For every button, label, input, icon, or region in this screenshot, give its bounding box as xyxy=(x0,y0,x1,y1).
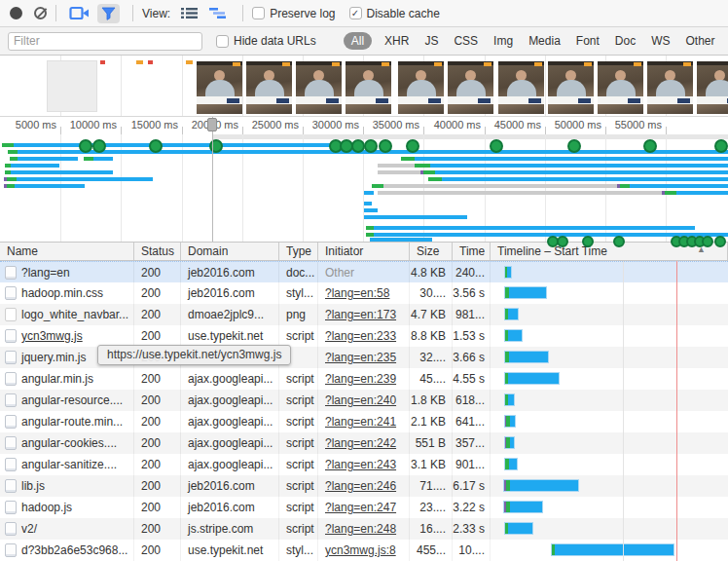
resource-type-filter[interactable]: XHR xyxy=(384,34,409,48)
thumbnail-badge xyxy=(233,62,240,66)
filmstrip-screenshot-thumbnail[interactable] xyxy=(398,61,444,114)
request-domain: jeb2016.com xyxy=(181,262,279,283)
record-button[interactable] xyxy=(10,7,22,19)
request-row[interactable]: hadoop.js 200 jeb2016.com script ?lang=e… xyxy=(0,497,728,518)
thumbnail-figure-shirt xyxy=(456,80,486,96)
request-timeline-bar xyxy=(503,501,543,513)
column-header[interactable]: Name xyxy=(0,243,134,260)
request-type: script xyxy=(279,497,318,518)
clear-requests-icon[interactable] xyxy=(34,7,47,19)
checkbox-unchecked-icon[interactable] xyxy=(252,7,265,19)
filter-icon[interactable] xyxy=(97,4,120,23)
overview-request-bar xyxy=(364,215,467,219)
request-row[interactable]: logo_white_navbar... 200 dmoae2jplc9... … xyxy=(0,304,728,325)
thumbnail-figure-shirt xyxy=(656,80,685,96)
filmstrip-screenshot-thumbnail[interactable] xyxy=(647,61,693,114)
overview-waterfall[interactable] xyxy=(0,134,728,242)
preserve-log-checkbox[interactable]: Preserve log xyxy=(252,7,335,20)
resource-type-filter[interactable]: CSS xyxy=(454,34,478,48)
waterfall-view-icon[interactable] xyxy=(205,4,230,22)
request-row[interactable]: v2/ 200 js.stripe.com script ?lang=en:24… xyxy=(0,518,728,540)
overview-request-bar xyxy=(2,143,333,147)
request-row[interactable]: d?3bb2a6e53c968... 200 use.typekit.net s… xyxy=(0,540,728,561)
capture-screenshots-icon[interactable] xyxy=(65,3,93,23)
request-row[interactable]: angular-cookies.... 200 ajax.googleapi..… xyxy=(0,432,728,454)
resource-type-filter[interactable]: Media xyxy=(528,34,561,48)
request-row[interactable]: angular.min.js 200 ajax.googleapi... scr… xyxy=(0,368,728,390)
overview-event-circle xyxy=(714,139,728,153)
resource-type-filter[interactable]: Other xyxy=(686,34,715,48)
checkbox-checked-icon[interactable]: ✓ xyxy=(349,7,362,19)
resource-type-filter[interactable]: Doc xyxy=(615,34,636,48)
request-row[interactable]: angular-sanitize.... 200 ajax.googleapi.… xyxy=(0,454,728,475)
thumbnail-button xyxy=(478,98,491,103)
filmstrip-screenshot-thumbnail[interactable] xyxy=(296,61,342,114)
request-timeline-bar xyxy=(551,543,674,556)
thumbnail-button xyxy=(578,98,591,103)
request-row[interactable]: ycn3mwg.js 200 use.typekit.net script ?l… xyxy=(0,325,728,347)
column-header[interactable]: Type xyxy=(279,243,318,260)
request-name: angular-cookies.... xyxy=(0,432,134,454)
filter-bar: Hide data URLs AllXHRJSCSSImgMediaFontDo… xyxy=(0,27,728,56)
column-header[interactable]: Size xyxy=(410,243,453,260)
disable-cache-checkbox[interactable]: ✓ Disable cache xyxy=(349,7,440,20)
resource-type-filter[interactable]: JS xyxy=(424,34,438,48)
filmstrip-screenshot-thumbnail[interactable] xyxy=(197,61,242,114)
filmstrip-screenshot-thumbnail[interactable] xyxy=(246,61,292,114)
column-header[interactable]: Time xyxy=(453,243,491,260)
filmstrip-screenshot-thumbnail[interactable] xyxy=(448,61,493,114)
thumbnail-figure-shirt xyxy=(606,80,636,96)
resource-type-filter[interactable]: Font xyxy=(576,34,600,48)
overview-event-circle xyxy=(351,139,365,153)
resource-type-filter[interactable]: Img xyxy=(493,34,513,48)
request-timeline-bar xyxy=(504,415,516,428)
column-header[interactable]: Domain xyxy=(181,243,279,260)
request-domain: jeb2016.com xyxy=(181,497,279,518)
thumbnail-navbar xyxy=(697,61,728,65)
view-label: View: xyxy=(142,7,170,20)
overview-scrubber-handle[interactable] xyxy=(207,118,217,131)
request-row[interactable]: hadoop.min.css 200 jeb2016.com styl... ?… xyxy=(0,282,728,304)
filmstrip-blank-frame[interactable] xyxy=(47,60,97,112)
filmstrip-screenshot-thumbnail[interactable] xyxy=(697,61,728,114)
hide-data-urls-checkbox[interactable]: Hide data URLs xyxy=(216,34,316,48)
request-row[interactable]: angular-resource.... 200 ajax.googleapi.… xyxy=(0,390,728,411)
request-row[interactable]: angular-route.min... 200 ajax.googleapi.… xyxy=(0,411,728,432)
overview-event-circle xyxy=(490,139,503,153)
overview-request-bar xyxy=(372,184,728,188)
request-size: 45.... xyxy=(410,368,453,390)
overview-request-bar xyxy=(5,170,113,174)
thumbnail-button xyxy=(677,98,690,103)
request-domain: use.typekit.net xyxy=(181,325,279,347)
request-name: ycn3mwg.js xyxy=(0,325,134,347)
resource-type-filter[interactable]: WS xyxy=(651,34,670,48)
list-view-icon[interactable] xyxy=(177,4,201,22)
request-status: 200 xyxy=(134,282,181,304)
filmstrip-event-badge xyxy=(186,60,193,64)
checkbox-unchecked-icon[interactable] xyxy=(216,35,229,48)
request-timeline-bar xyxy=(503,479,579,492)
filmstrip-screenshot-thumbnail[interactable] xyxy=(598,61,643,114)
request-row[interactable]: lib.js 200 jeb2016.com script ?lang=en:2… xyxy=(0,475,728,497)
thumbnail-badge xyxy=(484,62,491,66)
column-header[interactable]: Status xyxy=(134,243,181,260)
filmstrip-screenshot-thumbnail[interactable] xyxy=(346,61,391,114)
request-size: 1.8 KB xyxy=(410,390,453,411)
request-size: 32.... xyxy=(410,347,453,368)
thumbnail-figure-shirt xyxy=(255,80,284,96)
resource-type-filter[interactable]: All xyxy=(344,32,372,50)
column-header[interactable]: Initiator xyxy=(318,243,410,260)
ruler-time-label: 40000 ms xyxy=(420,119,481,131)
filmstrip-screenshot-thumbnail[interactable] xyxy=(548,61,594,114)
overview-request-bar xyxy=(4,177,153,181)
filmstrip-screenshot-thumbnail[interactable] xyxy=(498,61,544,114)
request-domain: jeb2016.com xyxy=(181,475,279,497)
filmstrip-event-badge xyxy=(100,60,105,64)
filter-input[interactable] xyxy=(8,32,202,51)
overview-event-circle xyxy=(364,139,378,153)
request-row[interactable]: ?lang=en 200 jeb2016.com doc... Other 4.… xyxy=(0,261,728,282)
request-timeline-bar xyxy=(504,458,518,470)
overview-event-circle xyxy=(406,139,419,153)
timeline-header-event-circle xyxy=(582,236,594,247)
request-name: v2/ xyxy=(0,518,134,540)
